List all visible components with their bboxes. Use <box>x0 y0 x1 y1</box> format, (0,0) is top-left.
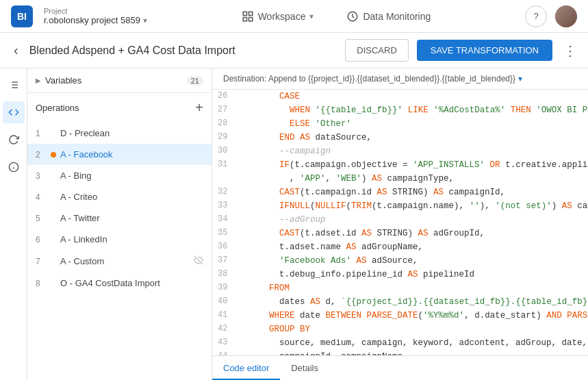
line-content: t.debug_info.pipeline_id AS pipelineId <box>238 268 583 281</box>
code-line: , 'APP', 'WEB') AS campaignType, <box>212 172 588 186</box>
code-line: 40 dates AS d, `{{project_id}}.{{dataset… <box>212 295 588 309</box>
project-label: Project <box>44 7 147 15</box>
ops-item-label: A - Twitter <box>60 213 203 223</box>
line-number: 44 <box>218 350 238 355</box>
line-number: 26 <box>218 90 238 103</box>
code-line: 36 t.adset.name AS adGroupName, <box>212 240 588 254</box>
code-line: 43 source, medium, campaign, keyword, ad… <box>212 336 588 350</box>
sidebar-code-icon-button[interactable] <box>3 101 25 123</box>
discard-button[interactable]: DISCARD <box>345 39 409 62</box>
editor-tab[interactable]: Code editor <box>212 357 280 380</box>
line-number: 33 <box>218 199 238 212</box>
save-transformation-button[interactable]: SAVE TRANSFORMATION <box>417 40 552 61</box>
line-content: ELSE 'Other' <box>238 117 583 131</box>
more-options-button[interactable]: ⋮ <box>561 40 580 62</box>
line-content: CAST(t.adset.id AS STRING) AS adGroupId, <box>238 227 583 240</box>
line-content: GROUP BY <box>238 322 583 336</box>
line-content: dates AS d, `{{project_id}}.{{dataset_id… <box>238 295 588 309</box>
code-editor[interactable]: 26 CASE27 WHEN '{{table_id_fb}}' LIKE '%… <box>212 90 588 355</box>
code-line: 27 WHEN '{{table_id_fb}}' LIKE '%AdCostD… <box>212 103 588 117</box>
line-content: FROM <box>238 281 583 295</box>
data-monitoring-icon <box>346 10 359 23</box>
code-line: 28 ELSE 'Other' <box>212 117 588 131</box>
code-line: 37 'Facebook Ads' AS adSource, <box>212 254 588 268</box>
avatar[interactable] <box>555 5 577 27</box>
svg-rect-2 <box>243 17 246 21</box>
editor-tabs: Code editorDetails <box>212 355 588 380</box>
operations-header: Operations + <box>27 93 212 123</box>
sidebar-list-icon-button[interactable] <box>3 74 25 96</box>
svg-rect-0 <box>243 12 246 15</box>
operations-list: 1D - Preclean2A - Facebook3A - Bing4A - … <box>27 123 212 380</box>
code-icon <box>8 107 19 118</box>
line-number: 41 <box>218 309 238 322</box>
code-line: 26 CASE <box>212 90 588 103</box>
code-line: 34 --adGroup <box>212 213 588 227</box>
line-number: 42 <box>218 322 238 335</box>
ops-list-item[interactable]: 1D - Preclean <box>27 123 212 144</box>
destination-dropdown-icon[interactable] <box>518 74 522 84</box>
line-content: IFNULL(NULLIF(TRIM(t.campaign.name), '')… <box>238 199 588 213</box>
ops-list-item[interactable]: 6A - LinkedIn <box>27 229 212 250</box>
ops-list-item[interactable]: 4A - Criteo <box>27 186 212 207</box>
eye-off-icon[interactable] <box>194 255 203 267</box>
data-monitoring-nav-item[interactable]: Data Monitoring <box>341 8 436 25</box>
line-content: source, medium, campaign, keyword, adcon… <box>238 336 588 350</box>
ops-list-item[interactable]: 3A - Bing <box>27 165 212 186</box>
line-content: --campaign <box>238 144 583 158</box>
ops-item-status-dot <box>51 152 56 157</box>
project-name[interactable]: r.obolonsky project 5859 ▾ <box>44 15 147 25</box>
ops-list-item[interactable]: 5A - Twitter <box>27 207 212 229</box>
editor-tab[interactable]: Details <box>280 357 329 380</box>
variables-chevron-icon: ▶ <box>36 77 41 84</box>
workspace-icon <box>242 10 254 23</box>
variables-header[interactable]: ▶ Variables 21 <box>27 68 212 92</box>
line-content: CAST(t.campaign.id AS STRING) AS campaig… <box>238 186 583 199</box>
workspace-nav-item[interactable]: Workspace ▾ <box>236 8 320 25</box>
back-button[interactable]: ‹ <box>11 40 21 61</box>
code-line: 39 FROM <box>212 281 588 295</box>
refresh-icon <box>8 134 19 145</box>
line-content: WHEN '{{table_id_fb}}' LIKE '%AdCostData… <box>238 103 588 117</box>
code-line: 33 IFNULL(NULLIF(TRIM(t.campaign.name), … <box>212 199 588 213</box>
code-line: 35 CAST(t.adset.id AS STRING) AS adGroup… <box>212 227 588 240</box>
line-number: 38 <box>218 268 238 281</box>
left-panel: ▶ Variables 21 Operations + 1D - Preclea… <box>27 68 212 380</box>
ops-item-number: 4 <box>36 192 47 202</box>
sidebar-info-icon-button[interactable] <box>3 156 25 178</box>
line-content: campaignId, campaignName, <box>238 350 583 355</box>
sidebar-refresh-icon-button[interactable] <box>3 129 25 151</box>
line-number: 43 <box>218 336 238 349</box>
code-line: 42 GROUP BY <box>212 322 588 336</box>
line-number: 39 <box>218 281 238 294</box>
svg-rect-1 <box>248 12 252 15</box>
line-number: 27 <box>218 103 238 116</box>
ops-item-label: A - Facebook <box>60 149 203 160</box>
line-content: , 'APP', 'WEB') AS campaignType, <box>238 172 583 186</box>
ops-list-item[interactable]: 2A - Facebook <box>27 144 212 165</box>
variables-label: Variables <box>45 75 81 86</box>
topnav-right: ? <box>525 5 577 27</box>
variables-count-badge: 21 <box>187 76 203 86</box>
line-number: 30 <box>218 144 238 157</box>
help-button[interactable]: ? <box>525 5 547 27</box>
line-number: 36 <box>218 240 238 253</box>
ops-item-number: 5 <box>36 214 47 223</box>
code-line: 41 WHERE date BETWEEN PARSE_DATE('%Y%m%d… <box>212 309 588 322</box>
line-number: 40 <box>218 295 238 308</box>
line-number: 28 <box>218 117 238 130</box>
info-icon <box>8 162 19 173</box>
ops-item-number: 8 <box>36 279 47 288</box>
ops-item-label: D - Preclean <box>60 128 203 138</box>
ops-list-item[interactable]: 8O - GA4 CostData Import <box>27 273 212 294</box>
line-content: WHERE date BETWEEN PARSE_DATE('%Y%m%d', … <box>238 309 588 322</box>
ops-item-number: 2 <box>36 150 47 160</box>
add-operation-button[interactable]: + <box>195 100 203 116</box>
line-content: END AS dataSource, <box>238 131 583 144</box>
code-line: 38 t.debug_info.pipeline_id AS pipelineI… <box>212 268 588 281</box>
ops-item-label: A - Custom <box>60 256 190 266</box>
line-number: 29 <box>218 131 238 144</box>
ops-item-label: A - LinkedIn <box>60 234 203 244</box>
line-content: 'Facebook Ads' AS adSource, <box>238 254 583 268</box>
ops-list-item[interactable]: 7A - Custom <box>27 250 212 273</box>
